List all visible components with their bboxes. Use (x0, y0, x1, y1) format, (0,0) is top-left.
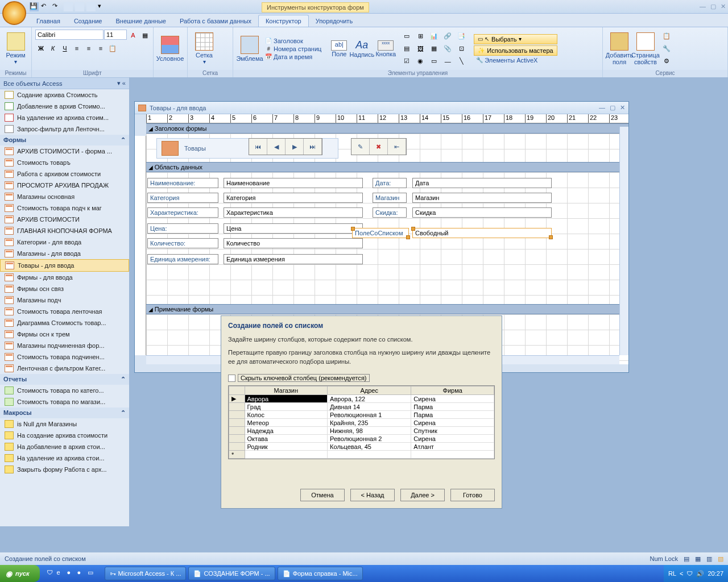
conditional-button[interactable]: Условное (157, 31, 183, 67)
align-center-icon[interactable]: ≡ (83, 43, 94, 54)
nav-item-macro[interactable]: На создание архива стоимости (0, 430, 129, 441)
language-indicator[interactable]: RL (668, 570, 676, 577)
section-form-footer[interactable]: ◢ Примечание формы (146, 304, 628, 314)
tray-icon[interactable]: 🔊 (696, 570, 704, 577)
control-icon[interactable]: ▦ (428, 43, 440, 55)
control-icon[interactable]: 🔗 (442, 31, 453, 42)
nav-item-query[interactable]: Запрос-фильтр для Ленточн... (0, 123, 129, 135)
label-combobox[interactable]: ПолеСоСписком (352, 228, 409, 238)
nav-item-form[interactable]: АРХИВ СТОИМОСТИ (0, 214, 129, 225)
emblem-button[interactable]: Эмблема (237, 31, 263, 67)
nav-group-macros[interactable]: Макросы⌃ (0, 408, 129, 418)
wizard-preview-table[interactable]: МагазинАдресФирма ▶АврораАврора, 122Сире… (228, 385, 495, 459)
label-price[interactable]: Цена: (147, 223, 218, 234)
nav-item-form[interactable]: Стоимость товара ленточная (0, 306, 129, 317)
page-numbers-button[interactable]: #️Номера страниц (263, 45, 324, 53)
taskbar-button[interactable]: 📄Форма справка - Mic... (278, 567, 363, 580)
checkbox-icon[interactable] (228, 375, 235, 382)
nav-item-form[interactable]: Стоимость товаръ (0, 157, 129, 168)
taskbar-button[interactable]: 🗝Microsoft Access - К ... (105, 567, 187, 580)
format-painter-icon[interactable]: 📋 (107, 43, 118, 54)
control-icon[interactable]: ☑ (401, 56, 412, 67)
control-icon[interactable]: ▭ (428, 56, 440, 67)
view-layout-icon[interactable]: ▥ (706, 555, 712, 563)
nav-edit-icon[interactable]: ✎ (351, 139, 370, 155)
date-time-button[interactable]: 📅Дата и время (263, 53, 324, 61)
label-name[interactable]: Наименование: (147, 178, 218, 188)
nav-item-macro[interactable]: is Null для Магазины (0, 418, 129, 430)
redo-icon[interactable]: ↷ (52, 2, 61, 11)
quicklaunch-icon[interactable]: ▭ (88, 569, 97, 578)
maximize-icon[interactable]: ▢ (710, 3, 716, 10)
close-icon[interactable]: ✕ (620, 104, 625, 111)
nav-item-form[interactable]: Фирмы - для ввода (0, 272, 129, 283)
nav-first-icon[interactable]: ⏮ (249, 139, 267, 155)
minimize-icon[interactable]: — (700, 3, 706, 10)
activex-button[interactable]: 🔧 Элементы ActiveX (474, 56, 557, 64)
close-icon[interactable]: ✕ (721, 3, 726, 10)
nav-group-reports[interactable]: Отчеты⌃ (0, 374, 129, 385)
control-icon[interactable]: ⊡ (456, 43, 467, 55)
restore-icon[interactable]: ▢ (610, 104, 615, 111)
nav-item-form[interactable]: Ленточная с фильтром Катег... (0, 363, 129, 374)
qat-icon[interactable] (64, 2, 73, 11)
label-qty[interactable]: Количество: (147, 238, 218, 248)
tab-external[interactable]: Внешние данные (109, 15, 173, 27)
control-icon[interactable]: — (442, 56, 453, 67)
underline-icon[interactable]: Ч (59, 43, 71, 54)
nav-item-form[interactable]: Стоимость товара подчинен... (0, 351, 129, 363)
service-icon[interactable]: 📋 (661, 31, 672, 42)
nav-item-report[interactable]: Стоимость товара по магази... (0, 396, 129, 408)
nav-del-icon[interactable]: ✖ (370, 139, 388, 155)
use-wizards-button[interactable]: ✨ Использовать мастера (474, 45, 557, 56)
taskbar-button[interactable]: 📄СОЗДАНИЕ ФОРМ - ... (188, 567, 275, 580)
nav-prev-icon[interactable]: ◀ (267, 139, 286, 155)
fill-color-icon[interactable]: ▦ (139, 30, 151, 41)
quicklaunch-icon[interactable]: e (57, 569, 66, 578)
nav-control-2[interactable]: ✎✖⇤ (351, 138, 407, 155)
field-unit[interactable]: Единица измерения (224, 254, 363, 264)
add-fields-button[interactable]: Добавить поля (606, 31, 632, 67)
label-shop[interactable]: Магазин (373, 193, 407, 203)
field-qty[interactable]: Количество (224, 238, 363, 248)
nav-item-form[interactable]: Стоимость товара подч к маг (0, 202, 129, 214)
control-icon[interactable]: 🖼 (415, 43, 426, 55)
nav-item-form[interactable]: АРХИВ СТОИМОСТИ - форма ... (0, 146, 129, 157)
nav-item-form[interactable]: Магазины подч (0, 294, 129, 306)
font-name-combo[interactable]: Calibri (35, 30, 104, 40)
label-button[interactable]: AaНадпись (350, 31, 374, 67)
qat-dropdown-icon[interactable]: ▾ (98, 2, 107, 11)
view-datasheet-icon[interactable]: ▦ (695, 555, 701, 563)
control-icon[interactable]: ╲ (456, 56, 467, 67)
field-discount[interactable]: Скидка (412, 207, 552, 218)
property-sheet-button[interactable]: Страница свойств (632, 31, 659, 67)
field-name[interactable]: Наименование (224, 178, 363, 188)
next-button[interactable]: Далее > (400, 489, 445, 501)
field-date[interactable]: Дата (412, 178, 552, 188)
scrollbar-vertical[interactable] (619, 127, 628, 355)
nav-item-form[interactable]: Работа с архивом стоимости (0, 168, 129, 180)
nav-item-form[interactable]: Категории - для ввода (0, 236, 129, 248)
nav-item-macro[interactable]: Закрыть форму Работа с арх... (0, 464, 129, 475)
italic-icon[interactable]: К (47, 43, 59, 54)
nav-last-icon[interactable]: ⏭ (304, 139, 322, 155)
field-shop[interactable]: Магазин (412, 193, 552, 203)
nav-item-form[interactable]: ГЛАВНАЯ КНОПОЧНАЯ ФОРМА (0, 225, 129, 236)
save-icon[interactable]: 💾 (30, 2, 39, 11)
label-char[interactable]: Характеристика: (147, 207, 218, 218)
service-icon[interactable]: 🔧 (661, 43, 672, 55)
start-button[interactable]: ◉ пуск (0, 565, 40, 582)
nav-item-form[interactable]: Товары - для ввода (0, 259, 129, 272)
field-combobox[interactable]: Свободный (412, 228, 552, 238)
nav-item-form[interactable]: Фирмы осн связ (0, 283, 129, 294)
section-form-header[interactable]: ◢ Заголовок формы (146, 123, 628, 134)
nav-group-forms[interactable]: Формы⌃ (0, 135, 129, 146)
design-surface-header[interactable]: Товары ⏮◀▶⏭ ✎✖⇤ (146, 134, 628, 162)
control-icon[interactable]: 📊 (428, 31, 440, 42)
header-title-button[interactable]: 📄Заголовок (263, 37, 324, 45)
bold-icon[interactable]: Ж (35, 43, 47, 54)
service-icon[interactable]: ⚙ (661, 56, 672, 67)
label-date[interactable]: Дата: (373, 178, 407, 188)
design-surface-detail[interactable]: Наименование: Наименование Категория Кат… (146, 172, 628, 304)
control-icon[interactable]: 📑 (456, 31, 467, 42)
